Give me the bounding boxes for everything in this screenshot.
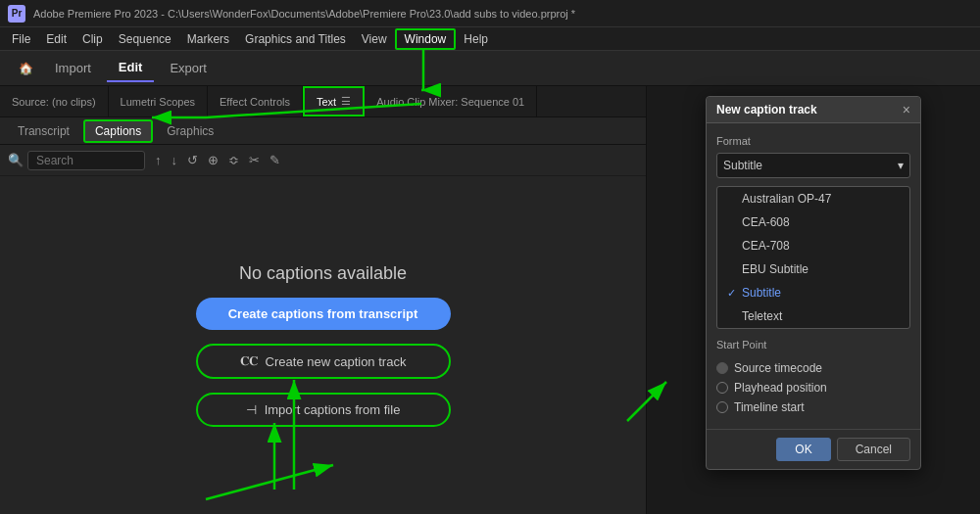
dialog-title: New caption track — [716, 103, 817, 117]
dialog-footer: OK Cancel — [707, 429, 920, 469]
ok-button[interactable]: OK — [776, 438, 830, 461]
import-captions-button[interactable]: ⊣ Import captions from file — [196, 393, 451, 427]
no-captions-text: No captions available — [239, 263, 407, 284]
format-dropdown-list: ✓ Australian OP-47 ✓ CEA-608 ✓ CEA-708 ✓… — [716, 186, 910, 329]
dialog-body: Format Subtitle ▾ ✓ Australian OP-47 ✓ C… — [707, 123, 920, 429]
menu-view[interactable]: View — [354, 30, 395, 48]
import-icon: ⊣ — [246, 402, 257, 417]
menu-help[interactable]: Help — [456, 30, 496, 48]
left-panel: Source: (no clips) Lumetri Scopes Effect… — [0, 86, 647, 514]
panel-tab-effects[interactable]: Effect Controls — [208, 86, 303, 117]
arrow-up-icon[interactable]: ↑ — [153, 151, 164, 169]
workspace-tab-import[interactable]: Import — [43, 55, 103, 81]
sub-tab-graphics[interactable]: Graphics — [157, 121, 223, 141]
search-input[interactable] — [27, 151, 145, 170]
option-australian[interactable]: ✓ Australian OP-47 — [717, 187, 909, 210]
menu-graphics[interactable]: Graphics and Titles — [237, 30, 354, 48]
cancel-button[interactable]: Cancel — [837, 438, 910, 461]
chevron-down-icon: ▾ — [898, 159, 904, 172]
radio-playhead-circle — [716, 382, 728, 394]
arrow-down-icon[interactable]: ↓ — [170, 151, 180, 169]
option-ebu[interactable]: ✓ EBU Subtitle — [717, 257, 909, 281]
format-dropdown[interactable]: Subtitle ▾ — [716, 153, 910, 178]
panel-tab-source[interactable]: Source: (no clips) — [0, 86, 109, 117]
search-icon: 🔍 — [8, 153, 24, 167]
home-icon[interactable]: 🏠 — [12, 55, 39, 82]
sub-tab-transcript[interactable]: Transcript — [8, 121, 79, 141]
new-caption-track-dialog: New caption track × Format Subtitle ▾ ✓ … — [706, 96, 921, 470]
menu-bar: File Edit Clip Sequence Markers Graphics… — [0, 27, 980, 51]
start-point-label: Start Point — [716, 339, 910, 350]
no-captions-area: No captions available Create captions fr… — [0, 176, 646, 514]
title-bar: Pr Adobe Premiere Pro 2023 - C:\Users\Wo… — [0, 0, 980, 27]
scissors-icon[interactable]: ✂ — [247, 151, 262, 169]
format-label: Format — [716, 135, 910, 147]
add-icon[interactable]: ⊕ — [206, 151, 220, 169]
panel-tabs-row: Source: (no clips) Lumetri Scopes Effect… — [0, 86, 646, 117]
create-from-transcript-button[interactable]: Create captions from transcript — [196, 298, 451, 330]
radio-source-timecode[interactable]: Source timecode — [716, 358, 910, 378]
radio-timeline-circle — [716, 401, 728, 413]
sub-tab-captions[interactable]: Captions — [83, 119, 153, 143]
workspace-bar: 🏠 Import Edit Export — [0, 51, 980, 86]
radio-timeline-start[interactable]: Timeline start — [716, 397, 910, 417]
search-bar: 🔍 ↑ ↓ ↺ ⊕ ≎ ✂ ✎ — [0, 145, 646, 176]
closed-caption-icon: 𝐂𝐂 — [240, 353, 258, 369]
option-subtitle[interactable]: ✓ Subtitle — [717, 281, 909, 304]
menu-markers[interactable]: Markers — [179, 30, 237, 48]
app-logo: Pr — [8, 5, 25, 23]
dialog-titlebar: New caption track × — [707, 97, 920, 123]
align-icon[interactable]: ≎ — [226, 151, 241, 169]
menu-clip[interactable]: Clip — [74, 30, 111, 48]
menu-window[interactable]: Window — [395, 28, 457, 50]
menu-sequence[interactable]: Sequence — [111, 30, 179, 48]
dialog-close-button[interactable]: × — [903, 103, 910, 117]
option-cea708[interactable]: ✓ CEA-708 — [717, 234, 909, 257]
right-panel: New caption track × Format Subtitle ▾ ✓ … — [647, 86, 980, 514]
workspace-tab-export[interactable]: Export — [158, 55, 219, 81]
workspace-tab-edit[interactable]: Edit — [107, 54, 155, 82]
radio-source-timecode-circle — [716, 362, 728, 374]
option-teletext[interactable]: ✓ Teletext — [717, 304, 909, 328]
panel-tab-text[interactable]: Text ☰ — [303, 86, 365, 117]
toolbar-icons: ↑ ↓ ↺ ⊕ ≎ ✂ ✎ — [153, 151, 282, 169]
refresh-icon[interactable]: ↺ — [185, 151, 200, 169]
menu-edit[interactable]: Edit — [38, 30, 74, 48]
panel-tab-lumetri[interactable]: Lumetri Scopes — [109, 86, 208, 117]
title-bar-text: Adobe Premiere Pro 2023 - C:\Users\Wonde… — [33, 8, 575, 20]
main-area: Source: (no clips) Lumetri Scopes Effect… — [0, 86, 980, 514]
sub-tabs-row: Transcript Captions Graphics — [0, 117, 646, 145]
option-cea608[interactable]: ✓ CEA-608 — [717, 210, 909, 234]
create-new-track-button[interactable]: 𝐂𝐂 Create new caption track — [196, 344, 451, 379]
panel-tab-audioclip[interactable]: Audio Clip Mixer: Sequence 01 — [365, 86, 537, 117]
menu-file[interactable]: File — [4, 30, 38, 48]
radio-playhead-position[interactable]: Playhead position — [716, 378, 910, 397]
pen-icon[interactable]: ✎ — [268, 151, 282, 169]
